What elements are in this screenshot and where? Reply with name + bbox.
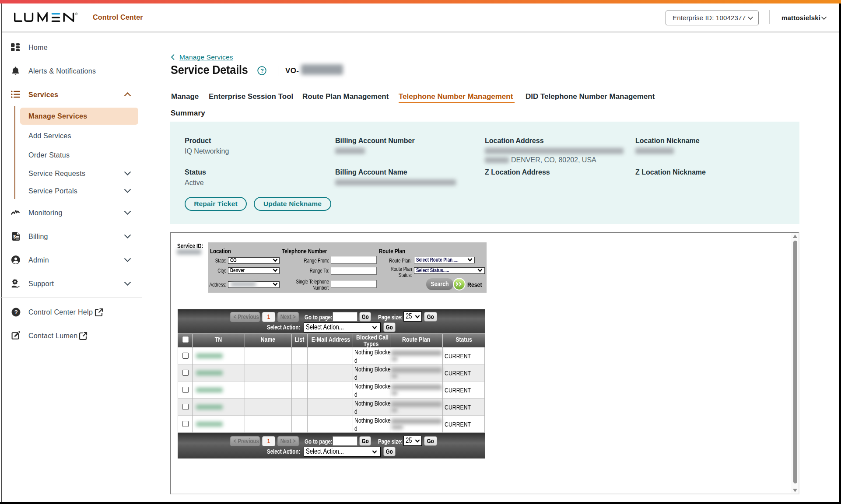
svg-text:?: ? <box>260 68 264 74</box>
svg-text:?: ? <box>14 309 18 315</box>
svg-text:$: $ <box>13 234 16 239</box>
